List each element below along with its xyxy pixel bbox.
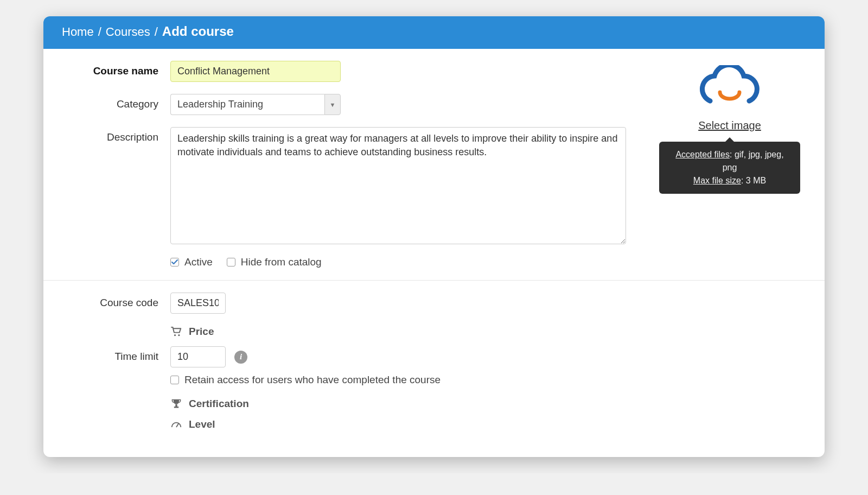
svg-line-4 (176, 423, 178, 427)
svg-point-0 (174, 334, 176, 336)
form-content: Course name Category Leadership Training… (43, 49, 825, 457)
retain-access-checkbox[interactable]: Retain access for users who have complet… (170, 374, 441, 386)
section-divider (43, 280, 825, 281)
image-upload-panel: Select image Accepted files: gif, jpg, j… (656, 61, 803, 194)
active-checkbox[interactable]: Active (170, 256, 213, 268)
time-limit-input[interactable] (170, 346, 226, 367)
page-title: Add course (162, 24, 234, 39)
add-course-window: Home / Courses / Add course Course name … (43, 16, 825, 457)
breadcrumb-courses[interactable]: Courses (106, 25, 150, 39)
breadcrumb-home[interactable]: Home (62, 25, 94, 39)
checkbox-icon (170, 376, 179, 384)
tooltip-accepted-label: Accepted files (675, 150, 730, 159)
price-label: Price (189, 326, 214, 338)
hide-from-catalog-checkbox[interactable]: Hide from catalog (227, 256, 322, 268)
trophy-icon (170, 398, 182, 409)
tooltip-maxsize-value: : 3 MB (741, 176, 766, 185)
level-label: Level (189, 418, 215, 430)
category-select[interactable]: Leadership Training ▼ (170, 94, 341, 115)
course-code-label: Course code (62, 293, 170, 309)
svg-rect-2 (175, 404, 177, 407)
category-select-value: Leadership Training (170, 94, 324, 115)
cloud-logo-icon (694, 65, 765, 112)
active-checkbox-label: Active (184, 256, 213, 268)
info-icon[interactable]: i (234, 351, 247, 364)
svg-point-1 (178, 334, 180, 336)
level-section[interactable]: Level (170, 418, 806, 430)
description-label: Description (62, 127, 170, 143)
chevron-down-icon: ▼ (330, 101, 336, 108)
certification-section[interactable]: Certification (170, 398, 806, 410)
gauge-icon (170, 420, 182, 429)
description-textarea[interactable]: Leadership skills training is a great wa… (170, 127, 626, 244)
cart-icon (170, 327, 182, 337)
category-label: Category (62, 94, 170, 110)
select-image-link[interactable]: Select image (698, 119, 761, 132)
price-section[interactable]: Price (170, 326, 806, 338)
category-dropdown-button[interactable]: ▼ (324, 94, 341, 115)
checkbox-icon (170, 258, 179, 266)
course-name-input[interactable] (170, 61, 341, 82)
breadcrumb-sep: / (98, 25, 101, 39)
course-code-input[interactable] (170, 293, 226, 314)
hide-checkbox-label: Hide from catalog (241, 256, 322, 268)
breadcrumb-sep: / (155, 25, 158, 39)
tooltip-maxsize-label: Max file size (693, 176, 741, 185)
tooltip-accepted-value: : gif, jpg, jpeg, png (723, 150, 784, 172)
course-name-label: Course name (62, 61, 170, 77)
image-upload-tooltip: Accepted files: gif, jpg, jpeg, png Max … (659, 142, 800, 194)
time-limit-label: Time limit (62, 346, 170, 363)
checkbox-icon (227, 258, 235, 266)
breadcrumb-bar: Home / Courses / Add course (43, 16, 825, 49)
certification-label: Certification (189, 398, 249, 410)
retain-access-label: Retain access for users who have complet… (184, 374, 441, 386)
svg-rect-3 (174, 407, 178, 408)
